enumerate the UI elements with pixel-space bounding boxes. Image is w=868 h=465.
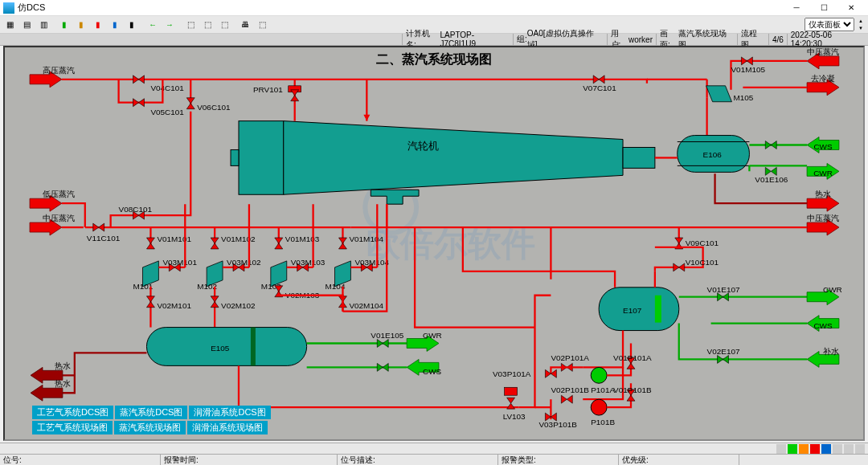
M105[interactable]: [706, 86, 732, 102]
window-title: 仿DCS: [18, 2, 45, 14]
svg-text:V01P101B: V01P101B: [613, 385, 652, 394]
status-icon-8[interactable]: [855, 444, 865, 454]
svg-text:E107: E107: [623, 306, 642, 315]
V02E107[interactable]: [718, 355, 729, 363]
maximize-button[interactable]: ☐: [810, 0, 837, 16]
svg-text:V03M104: V03M104: [354, 258, 389, 267]
V01M105[interactable]: [741, 57, 752, 65]
status-icon-4[interactable]: [810, 444, 820, 454]
svg-text:V01M102: V01M102: [221, 235, 256, 243]
V10C101[interactable]: [674, 263, 685, 271]
status-alarm-time-label: 报警时间:: [164, 455, 199, 466]
status-tag-label: 位号:: [3, 455, 22, 466]
svg-text:V03M101: V03M101: [162, 258, 197, 267]
status-icon-2[interactable]: [788, 444, 797, 454]
tool-11[interactable]: ⬚: [216, 18, 232, 32]
tool-back[interactable]: ←: [145, 18, 161, 32]
nav-process-dcs[interactable]: 工艺气系统DCS图: [32, 406, 113, 419]
nav-steam-dcs[interactable]: 蒸汽系统DCS图: [115, 406, 187, 419]
V02M102[interactable]: [211, 296, 219, 308]
svg-text:V05C101: V05C101: [150, 108, 184, 116]
svg-text:LV103: LV103: [503, 412, 526, 421]
tool-10[interactable]: ⬚: [199, 18, 215, 32]
V01E107[interactable]: [718, 293, 729, 301]
tool-12[interactable]: ⬚: [254, 18, 270, 32]
nav-steam-field[interactable]: 蒸汽系统现场图: [114, 421, 186, 434]
svg-text:V01M105: V01M105: [731, 65, 765, 74]
close-button[interactable]: ✕: [837, 0, 865, 16]
status-icon-1[interactable]: [776, 444, 786, 454]
V01E106[interactable]: [765, 167, 776, 175]
V01M102[interactable]: [211, 238, 219, 249]
V05C101[interactable]: [133, 99, 145, 107]
turbine[interactable]: 汽轮机: [231, 121, 655, 205]
V01M104[interactable]: [338, 238, 346, 249]
svg-text:V01E106: V01E106: [755, 175, 788, 184]
V11C101[interactable]: [93, 223, 104, 231]
V01M101[interactable]: [146, 238, 154, 249]
tool-print[interactable]: 🖶: [237, 18, 253, 32]
svg-text:CWR: CWR: [813, 169, 833, 177]
P101A[interactable]: [591, 367, 607, 383]
svg-text:低压蒸汽: 低压蒸汽: [43, 190, 75, 198]
svg-text:V02P101B: V02P101B: [551, 385, 589, 394]
app-icon: [3, 2, 14, 14]
E106[interactable]: E106: [678, 136, 750, 173]
minimize-button[interactable]: ─: [783, 0, 810, 16]
V02M101[interactable]: [146, 296, 154, 308]
svg-text:P101A: P101A: [591, 385, 615, 394]
E105[interactable]: E105: [146, 328, 306, 366]
svg-text:中压蒸汽: 中压蒸汽: [807, 214, 839, 222]
info-bar: 计算机名:LAPTOP-J7C8I1U9 组:OA0[虚拟仿真操作域] 用户:w…: [0, 34, 868, 46]
tool-6[interactable]: ▮: [90, 18, 106, 32]
svg-rect-55: [505, 387, 518, 395]
svg-text:CWR: CWR: [823, 285, 842, 294]
tool-3[interactable]: ▥: [35, 18, 51, 32]
svg-text:V02M102: V02M102: [221, 301, 256, 310]
svg-text:V03P101A: V03P101A: [493, 369, 531, 378]
svg-text:中压蒸汽: 中压蒸汽: [807, 47, 839, 56]
tool-8[interactable]: ▮: [124, 18, 140, 32]
svg-text:补水: 补水: [823, 347, 839, 356]
V04C101[interactable]: [133, 75, 145, 84]
svg-text:PRV101: PRV101: [253, 85, 283, 94]
V01M103[interactable]: [275, 238, 283, 249]
V06C101[interactable]: [186, 98, 194, 109]
status-icon-6[interactable]: [833, 444, 842, 454]
svg-text:V03M103: V03M103: [291, 258, 326, 267]
tool-2[interactable]: ▤: [18, 18, 35, 32]
svg-rect-58: [655, 296, 661, 323]
tool-4[interactable]: ▮: [56, 18, 72, 32]
svg-rect-48: [251, 328, 256, 366]
P101B[interactable]: [591, 399, 607, 415]
watermark: 欧倍尔软件: [366, 225, 535, 263]
status-icon-5[interactable]: [821, 444, 831, 454]
nav-lube-field[interactable]: 润滑油系统现场图: [187, 421, 268, 434]
panel-spin[interactable]: ▲▼: [855, 18, 866, 32]
svg-rect-13: [623, 147, 655, 168]
status-icon-7[interactable]: [844, 444, 854, 454]
tool-1[interactable]: ▦: [2, 18, 18, 32]
tool-9[interactable]: ⬚: [182, 18, 199, 32]
svg-text:M105: M105: [733, 93, 753, 102]
tool-7[interactable]: ▮: [107, 18, 123, 32]
V01E105[interactable]: [377, 340, 388, 348]
status-priority-label: 优先级:: [622, 455, 649, 466]
nav-lube-dcs[interactable]: 润滑油系统DCS图: [189, 406, 270, 419]
status-icon-3[interactable]: [799, 444, 809, 454]
svg-text:V07C101: V07C101: [583, 84, 616, 92]
svg-text:热水: 热水: [55, 361, 71, 370]
tool-fwd[interactable]: →: [162, 18, 178, 32]
V07C101[interactable]: [593, 75, 604, 84]
svg-text:V03M102: V03M102: [227, 258, 261, 267]
LV103[interactable]: [507, 398, 515, 409]
svg-text:去冷凝: 去冷凝: [811, 74, 835, 83]
tool-5[interactable]: ▮: [73, 18, 89, 32]
svg-text:热水: 热水: [815, 190, 831, 198]
panel-select[interactable]: 仪表面板: [805, 18, 854, 31]
nav-process-field[interactable]: 工艺气系统现场图: [32, 421, 113, 434]
E107[interactable]: E107: [599, 288, 679, 331]
V02P101B[interactable]: [561, 395, 572, 403]
svg-text:V02M101: V02M101: [157, 301, 191, 310]
svg-rect-14: [231, 149, 239, 165]
